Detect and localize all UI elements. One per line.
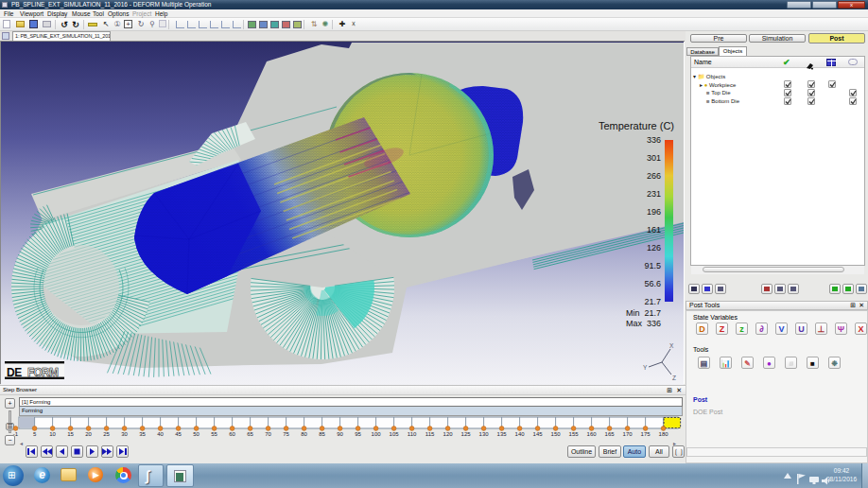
- svg-text:91.5: 91.5: [644, 261, 661, 270]
- svg-text:150: 150: [551, 431, 562, 437]
- svg-text:100: 100: [372, 431, 382, 437]
- svg-text:135: 135: [497, 431, 508, 437]
- svg-text:336: 336: [647, 135, 661, 145]
- svg-text:90: 90: [337, 431, 343, 437]
- svg-text:160: 160: [587, 431, 598, 437]
- svg-text:80: 80: [301, 431, 307, 437]
- svg-text:145: 145: [533, 431, 544, 437]
- svg-text:336: 336: [647, 319, 661, 328]
- svg-text:60: 60: [229, 431, 235, 437]
- svg-text:X: X: [669, 342, 674, 349]
- svg-text:Temperature (C): Temperature (C): [599, 120, 674, 131]
- svg-text:231: 231: [647, 189, 661, 199]
- svg-text:75: 75: [283, 431, 289, 437]
- svg-text:25: 25: [103, 431, 110, 437]
- svg-text:110: 110: [408, 431, 417, 437]
- svg-text:175: 175: [641, 431, 651, 437]
- svg-text:-1: -1: [13, 431, 19, 437]
- svg-text:115: 115: [425, 431, 435, 437]
- svg-text:21.7: 21.7: [644, 308, 661, 318]
- svg-text:161: 161: [647, 225, 661, 235]
- svg-text:120: 120: [443, 431, 454, 437]
- svg-text:95: 95: [355, 431, 361, 437]
- svg-text:20: 20: [85, 431, 92, 437]
- svg-text:Z: Z: [672, 375, 676, 381]
- svg-text:35: 35: [139, 431, 146, 437]
- svg-text:130: 130: [479, 431, 490, 437]
- svg-text:170: 170: [623, 431, 634, 437]
- svg-text:DE: DE: [7, 366, 22, 379]
- svg-text:FORM: FORM: [27, 366, 59, 379]
- svg-text:105: 105: [390, 431, 400, 437]
- svg-text:65: 65: [247, 431, 253, 437]
- svg-text:21.7: 21.7: [644, 297, 661, 306]
- svg-text:56.6: 56.6: [644, 279, 661, 288]
- svg-text:15: 15: [67, 431, 74, 437]
- svg-text:126: 126: [647, 243, 661, 253]
- svg-text:155: 155: [569, 431, 580, 437]
- svg-text:50: 50: [193, 431, 200, 437]
- svg-text:266: 266: [647, 171, 661, 181]
- svg-text:180: 180: [659, 431, 669, 437]
- svg-text:125: 125: [461, 431, 472, 437]
- svg-text:70: 70: [265, 431, 271, 437]
- svg-text:Y: Y: [643, 364, 648, 371]
- svg-text:5: 5: [33, 431, 37, 437]
- svg-text:30: 30: [121, 431, 128, 437]
- svg-text:10: 10: [49, 431, 56, 437]
- svg-text:165: 165: [605, 431, 616, 437]
- svg-text:45: 45: [175, 431, 182, 437]
- svg-text:196: 196: [647, 207, 661, 217]
- svg-text:55: 55: [211, 431, 217, 437]
- svg-text:85: 85: [319, 431, 325, 437]
- svg-text:Max: Max: [626, 319, 643, 328]
- svg-text:Min: Min: [626, 308, 640, 318]
- svg-text:40: 40: [157, 431, 164, 437]
- svg-text:140: 140: [515, 431, 526, 437]
- svg-text:301: 301: [647, 153, 661, 163]
